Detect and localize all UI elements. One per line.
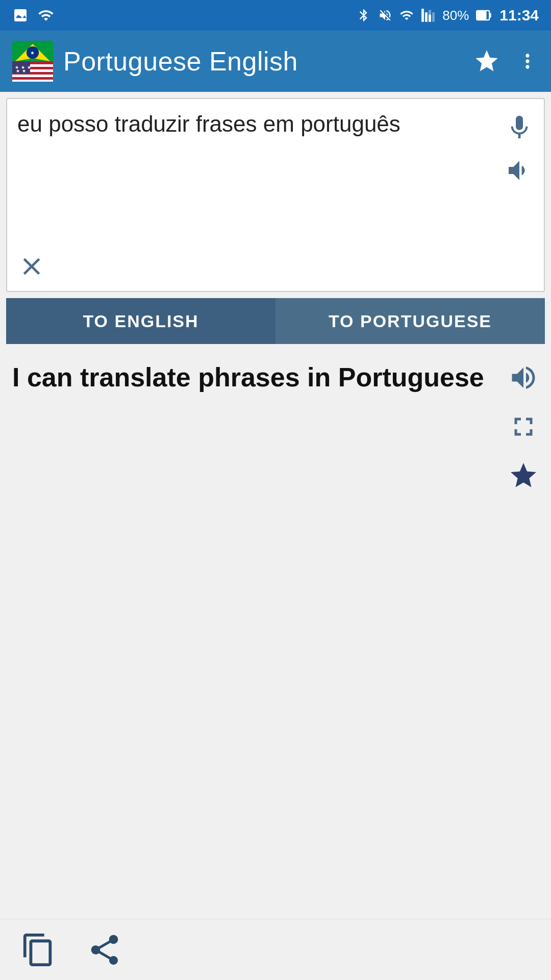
to-english-button[interactable]: TO ENGLISH xyxy=(6,298,276,344)
favorite-result-icon[interactable] xyxy=(508,460,539,491)
battery-icon xyxy=(476,8,492,22)
translation-result: I can translate phrases in Portuguese xyxy=(12,360,500,491)
app-title: Portuguese English xyxy=(63,46,463,77)
copy-icon[interactable] xyxy=(20,932,56,968)
input-area xyxy=(6,98,545,292)
gallery-icon xyxy=(12,7,29,23)
svg-rect-11 xyxy=(12,75,53,77)
wifi-icon xyxy=(399,8,414,22)
app-bar-actions xyxy=(473,48,539,75)
svg-text:★: ★ xyxy=(30,50,35,56)
input-icons xyxy=(505,109,534,185)
svg-rect-2 xyxy=(478,11,487,19)
result-area: I can translate phrases in Portuguese xyxy=(0,344,551,503)
translation-input[interactable] xyxy=(17,109,499,181)
expand-icon[interactable] xyxy=(508,411,539,442)
svg-rect-1 xyxy=(490,13,491,17)
clear-input-icon[interactable] xyxy=(17,252,46,281)
status-bar-left xyxy=(12,7,54,23)
more-options-icon[interactable] xyxy=(516,50,539,72)
speaker-input-icon[interactable] xyxy=(505,156,534,185)
status-bar-right: 80% 11:34 xyxy=(357,7,539,24)
svg-rect-12 xyxy=(12,80,53,82)
status-bar: 80% 11:34 xyxy=(0,0,551,31)
share-icon[interactable] xyxy=(87,932,122,968)
to-portuguese-button[interactable]: TO PORTUGUESE xyxy=(276,298,545,344)
microphone-icon[interactable] xyxy=(505,113,534,142)
status-time: 11:34 xyxy=(499,7,539,24)
app-bar: ★ ★★★ ★★ Portuguese English xyxy=(0,31,551,92)
svg-text:★★: ★★ xyxy=(16,68,28,74)
connectivity-icon xyxy=(38,7,54,23)
translate-buttons: TO ENGLISH TO PORTUGUESE xyxy=(6,298,545,344)
battery-percentage: 80% xyxy=(442,8,469,23)
app-logo: ★ ★★★ ★★ xyxy=(12,41,53,82)
bluetooth-icon xyxy=(357,8,371,22)
mute-icon xyxy=(378,8,392,22)
input-row xyxy=(17,109,534,185)
signal-icon xyxy=(421,8,435,22)
speaker-result-icon[interactable] xyxy=(508,362,539,393)
result-actions xyxy=(508,360,539,491)
bottom-toolbar xyxy=(0,919,551,980)
favorite-icon[interactable] xyxy=(473,48,500,75)
input-bottom xyxy=(17,222,534,283)
content-area xyxy=(0,503,551,919)
